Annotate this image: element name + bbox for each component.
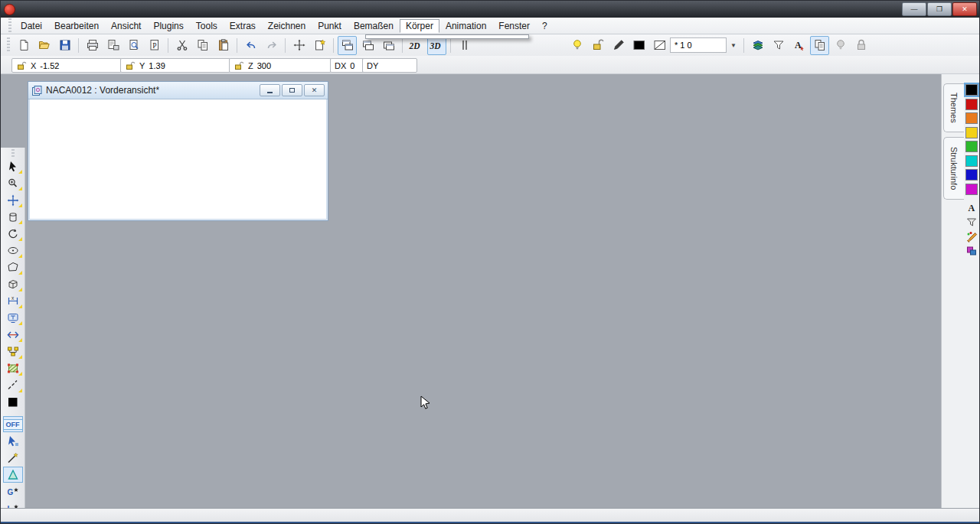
coord-value[interactable]: 1.39	[149, 61, 165, 70]
coord-axis-label: X	[31, 61, 36, 70]
tab-themes[interactable]: Themes	[943, 83, 964, 132]
paint-brush-button[interactable]	[964, 229, 979, 243]
undo-button[interactable]	[241, 36, 260, 55]
snap-g-button[interactable]: G	[3, 483, 23, 500]
circle-tool-button[interactable]	[3, 242, 23, 259]
tileA-button[interactable]	[338, 36, 357, 55]
coord-field-dy[interactable]: DY	[362, 58, 417, 73]
menubar-item-krper[interactable]: Körper	[400, 19, 439, 33]
color-swatch-4[interactable]	[965, 141, 978, 152]
menubar-item-bearbeiten[interactable]: Bearbeiten	[48, 19, 105, 33]
box-tool-button[interactable]	[3, 276, 23, 292]
select-tool-button[interactable]	[3, 158, 23, 174]
menubar-item-tools[interactable]: Tools	[190, 19, 224, 33]
color-swatch-5[interactable]	[965, 155, 978, 167]
copyBoxed-button[interactable]	[810, 36, 829, 55]
minimize-button[interactable]: —	[902, 2, 926, 16]
menubar-item-fenster[interactable]: Fenster	[492, 19, 536, 33]
wand-snap-tool-button[interactable]	[3, 450, 23, 466]
color-swatch-7[interactable]	[965, 184, 978, 195]
structure-tool-button[interactable]	[3, 343, 23, 360]
paste-button[interactable]	[214, 36, 233, 55]
color-swatch-2[interactable]	[965, 112, 978, 124]
linestyle-tool-button[interactable]	[3, 377, 23, 393]
layers-button[interactable]	[748, 36, 767, 55]
color-swatch-6[interactable]	[965, 169, 978, 181]
menubar-item-ansicht[interactable]: Ansicht	[105, 19, 147, 33]
cut-button[interactable]	[172, 36, 191, 55]
svg-text:3D: 3D	[430, 41, 442, 50]
pageZoom-button[interactable]	[124, 36, 143, 55]
pen-style-field[interactable]: * 1 0	[670, 37, 727, 53]
stretch-tool-button[interactable]	[3, 327, 23, 343]
color-swatch-3[interactable]	[965, 127, 978, 138]
pen-button[interactable]	[609, 36, 628, 55]
copy-button[interactable]	[193, 36, 212, 55]
hatch-tool-button[interactable]	[3, 360, 23, 376]
pageP-button[interactable]: P	[145, 36, 164, 55]
menubar-item-zeichnen[interactable]: Zeichnen	[262, 19, 312, 33]
rotate-tool-button[interactable]	[3, 226, 23, 242]
cursor-snap-tool-button[interactable]	[3, 433, 23, 449]
pen-style-dropdown-button[interactable]: ▼	[727, 36, 740, 55]
restore-button[interactable]	[282, 84, 302, 96]
menubar-item-animation[interactable]: Animation	[439, 19, 492, 33]
coord-value[interactable]: 0	[350, 61, 354, 70]
printPreview-button[interactable]	[103, 36, 122, 55]
menubar-item-plugins[interactable]: Plugins	[147, 19, 189, 33]
polygon-tool-button[interactable]	[3, 259, 23, 275]
view-window-canvas[interactable]	[30, 99, 326, 219]
menubar-item-extras[interactable]: Extras	[224, 19, 262, 33]
text-tool-button[interactable]	[3, 310, 23, 326]
move-tool-button[interactable]	[3, 192, 23, 208]
moveCross-button[interactable]	[289, 36, 309, 55]
coord-field-y[interactable]: Y1.39	[120, 58, 230, 73]
minimize-button[interactable]	[260, 84, 280, 96]
solid-tool-button[interactable]	[3, 209, 23, 225]
color-swatch-1[interactable]	[965, 99, 978, 110]
close-button[interactable]: ✕	[304, 84, 325, 96]
view-window-titlebar[interactable]: NACA0012 : Vorderansicht*✕	[28, 82, 328, 99]
menubar-item-punkt[interactable]: Punkt	[312, 19, 348, 33]
coordinate-bar: X-1.52Y1.39Z300DX0DY	[1, 56, 979, 74]
bulbOff-button[interactable]	[831, 36, 850, 55]
coord-axis-label: Z	[248, 61, 253, 70]
menubar-item-?[interactable]: ?	[536, 19, 554, 33]
zoom-tool-button[interactable]	[3, 175, 23, 191]
redo-button[interactable]	[262, 36, 281, 55]
bulbOn-button[interactable]	[567, 36, 586, 55]
lock-icon[interactable]	[16, 60, 27, 70]
tab-strukturinfo[interactable]: Strukturinfo	[943, 137, 964, 200]
print-button[interactable]	[83, 36, 102, 55]
open-button[interactable]	[34, 36, 54, 55]
swatchBlack-button[interactable]	[629, 36, 648, 55]
aCursor-button[interactable]: A	[789, 36, 808, 55]
save-button[interactable]	[55, 36, 74, 55]
lockGrey-button[interactable]	[851, 36, 871, 55]
lock-icon[interactable]	[125, 60, 136, 70]
pageStar-button[interactable]	[310, 36, 329, 55]
hand-filter-button[interactable]	[964, 215, 979, 229]
new-button[interactable]	[14, 36, 33, 55]
plane-snap-tool-button[interactable]	[3, 467, 23, 483]
color-swatch-0[interactable]	[965, 84, 978, 96]
lock-icon[interactable]	[234, 60, 244, 70]
menubar-item-datei[interactable]: Datei	[15, 19, 48, 33]
menubar-item-bemaen[interactable]: Bemaßen	[348, 19, 400, 33]
coord-field-z[interactable]: Z300	[229, 58, 332, 73]
title-bar[interactable]: — ❐ ✕	[1, 1, 979, 18]
swatchLine-button[interactable]	[650, 36, 669, 55]
coord-value[interactable]: -1.52	[40, 61, 59, 70]
close-button[interactable]: ✕	[952, 2, 977, 16]
maximize-button[interactable]: ❐	[927, 2, 952, 16]
coord-field-x[interactable]: X-1.52	[11, 58, 122, 73]
snap-off-toggle-button[interactable]: OFF	[3, 416, 23, 432]
lockOpen-button[interactable]	[588, 36, 607, 55]
dimension-tool-button[interactable]: x	[3, 293, 23, 309]
a-text-button[interactable]: A	[964, 200, 979, 214]
funnel-button[interactable]	[769, 36, 788, 55]
coord-value[interactable]: 300	[257, 61, 271, 70]
color-swatch-tool-button[interactable]	[3, 394, 23, 410]
toolbar-separator	[168, 38, 168, 53]
layers-color-button[interactable]	[964, 244, 979, 258]
